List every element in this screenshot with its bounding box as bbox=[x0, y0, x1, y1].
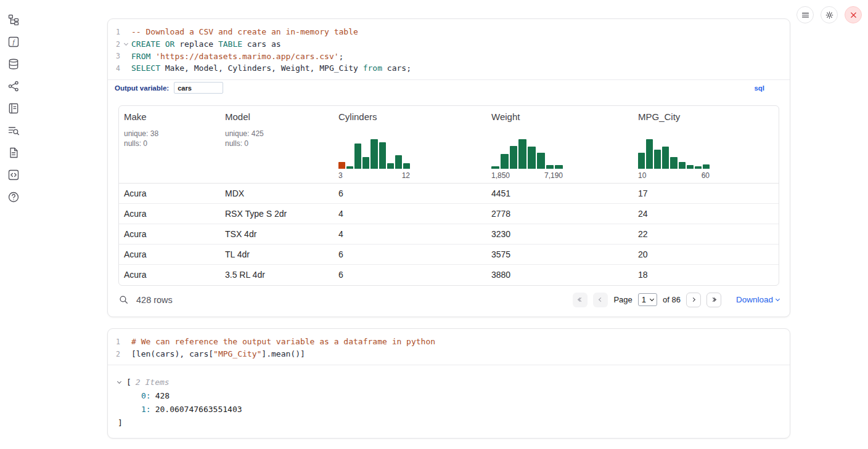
line-number: 2 bbox=[108, 40, 120, 49]
table-cell: 18 bbox=[633, 270, 779, 280]
histogram-bar[interactable] bbox=[510, 146, 518, 169]
code-line[interactable]: 1# We can reference the output variable … bbox=[108, 336, 790, 348]
column-header[interactable]: MPG_City1060 bbox=[633, 106, 779, 183]
histogram-bar[interactable] bbox=[528, 147, 536, 169]
column-header[interactable]: Makeunique: 38nulls: 0 bbox=[119, 106, 220, 183]
first-page-button[interactable] bbox=[573, 293, 588, 307]
download-button[interactable]: Download bbox=[736, 295, 779, 304]
line-number: 1 bbox=[108, 28, 120, 36]
code-line[interactable]: 2CREATE OR replace TABLE cars as bbox=[108, 38, 790, 51]
code-line[interactable]: 3FROM 'https://datasets.marimo.app/cars.… bbox=[108, 50, 790, 62]
histogram-bar[interactable] bbox=[703, 164, 710, 169]
output-variable-row: Output variable: sql bbox=[108, 79, 790, 96]
histogram-bar[interactable] bbox=[379, 142, 386, 169]
code-line[interactable]: 4SELECT Make, Model, Cylinders, Weight, … bbox=[108, 62, 790, 75]
histogram-bar[interactable] bbox=[518, 139, 526, 169]
histogram-bar[interactable] bbox=[646, 139, 653, 169]
histogram-axis: 312 bbox=[338, 171, 410, 180]
histogram-bar[interactable] bbox=[354, 144, 361, 169]
page-select[interactable]: 1 bbox=[638, 293, 657, 306]
table-row[interactable]: AcuraMDX6445117 bbox=[119, 184, 779, 204]
table-body: AcuraMDX6445117AcuraRSX Type S 2dr427782… bbox=[119, 184, 779, 285]
histogram-bar[interactable] bbox=[491, 166, 499, 169]
table-row[interactable]: AcuraRSX Type S 2dr4277824 bbox=[119, 204, 779, 224]
file-tree-icon[interactable] bbox=[7, 13, 20, 26]
histogram-bar[interactable] bbox=[662, 147, 669, 169]
code-line[interactable]: 1-- Download a CSV and create an in-memo… bbox=[108, 26, 790, 38]
help-icon[interactable] bbox=[7, 190, 20, 203]
histogram-bar[interactable] bbox=[654, 150, 661, 169]
stat-line: unique: 425 bbox=[225, 129, 329, 139]
code-token: TABLE bbox=[218, 39, 242, 49]
table-header-row: Makeunique: 38nulls: 0Modelunique: 425nu… bbox=[119, 106, 779, 184]
histogram-bar[interactable] bbox=[537, 153, 545, 169]
table-row[interactable]: Acura3.5 RL 4dr6388018 bbox=[119, 265, 779, 285]
code-token: ].mean()] bbox=[261, 349, 305, 358]
settings-button[interactable] bbox=[821, 6, 838, 23]
output-variable-input[interactable] bbox=[174, 82, 223, 94]
column-name: Model bbox=[225, 111, 329, 122]
page-total-label: of 86 bbox=[663, 295, 681, 304]
function-square-icon[interactable]: f bbox=[7, 35, 20, 48]
histogram-bar[interactable] bbox=[403, 163, 410, 169]
table-cell: 20 bbox=[633, 249, 779, 259]
histogram-bar[interactable] bbox=[346, 166, 353, 169]
snippets-icon[interactable] bbox=[7, 168, 20, 181]
stat-line: nulls: 0 bbox=[124, 139, 215, 149]
page-label: Page bbox=[613, 295, 632, 304]
document-icon[interactable] bbox=[7, 146, 20, 159]
notebook-icon[interactable] bbox=[7, 102, 20, 115]
close-button[interactable] bbox=[845, 6, 862, 23]
histogram-bar[interactable] bbox=[670, 157, 677, 169]
python-cell: 1# We can reference the output variable … bbox=[107, 328, 790, 439]
histogram-bar[interactable] bbox=[395, 155, 402, 169]
last-page-button[interactable] bbox=[706, 293, 721, 307]
tree-entry: 0:428 bbox=[118, 389, 780, 403]
logs-search-icon[interactable] bbox=[7, 124, 20, 137]
histogram-bar[interactable] bbox=[501, 154, 509, 169]
next-page-button[interactable] bbox=[686, 293, 701, 307]
code-token: CREATE bbox=[131, 39, 160, 49]
python-code-editor[interactable]: 1# We can reference the output variable … bbox=[108, 329, 790, 365]
column-header[interactable]: Weight1,8507,190 bbox=[486, 106, 633, 183]
histogram-bar[interactable] bbox=[546, 165, 554, 169]
dependency-graph-icon[interactable] bbox=[7, 79, 20, 92]
histogram-bar[interactable] bbox=[371, 139, 377, 169]
table-cell: Acura bbox=[119, 188, 220, 198]
tree-open-bracket: [ bbox=[126, 376, 131, 389]
menu-button[interactable] bbox=[796, 6, 814, 23]
fold-indicator[interactable] bbox=[120, 44, 131, 45]
table-row[interactable]: AcuraTL 4dr6357520 bbox=[119, 245, 779, 265]
histogram-bar[interactable] bbox=[687, 165, 694, 169]
prev-page-button[interactable] bbox=[593, 293, 608, 307]
histogram-bar[interactable] bbox=[695, 166, 702, 169]
table-cell: 17 bbox=[633, 188, 779, 198]
line-number: 4 bbox=[108, 64, 120, 73]
line-number: 3 bbox=[108, 52, 120, 60]
histogram-bar[interactable] bbox=[638, 153, 645, 169]
database-icon[interactable] bbox=[7, 57, 20, 70]
histogram-bar[interactable] bbox=[555, 165, 563, 169]
sql-code-editor[interactable]: 1-- Download a CSV and create an in-memo… bbox=[108, 19, 790, 79]
code-token: from bbox=[363, 63, 382, 73]
histogram-bar[interactable] bbox=[387, 163, 394, 169]
search-icon[interactable] bbox=[118, 294, 129, 305]
axis-min-label: 10 bbox=[638, 171, 646, 180]
code-line[interactable]: 2[len(cars), cars["MPG_City"].mean()] bbox=[108, 348, 790, 360]
code-token: Make, Model, Cylinders, Weight, MPG_City bbox=[160, 63, 363, 73]
table-cell: TL 4dr bbox=[220, 249, 334, 259]
histogram-bar[interactable] bbox=[338, 162, 345, 169]
svg-text:f: f bbox=[12, 38, 15, 45]
table-cell: Acura bbox=[119, 249, 220, 259]
column-header[interactable]: Cylinders312 bbox=[334, 106, 486, 183]
tree-collapse-toggle[interactable] bbox=[118, 382, 126, 383]
code-text: FROM 'https://datasets.marimo.app/cars.c… bbox=[131, 52, 343, 61]
code-token: ; bbox=[339, 52, 344, 61]
column-header[interactable]: Modelunique: 425nulls: 0 bbox=[220, 106, 334, 183]
chevron-down-icon bbox=[650, 297, 654, 301]
table-row[interactable]: AcuraTSX 4dr4323022 bbox=[119, 224, 779, 245]
column-name: Weight bbox=[491, 111, 628, 122]
histogram-bar[interactable] bbox=[362, 157, 369, 169]
language-badge[interactable]: sql bbox=[754, 84, 764, 92]
histogram-bar[interactable] bbox=[679, 162, 686, 169]
